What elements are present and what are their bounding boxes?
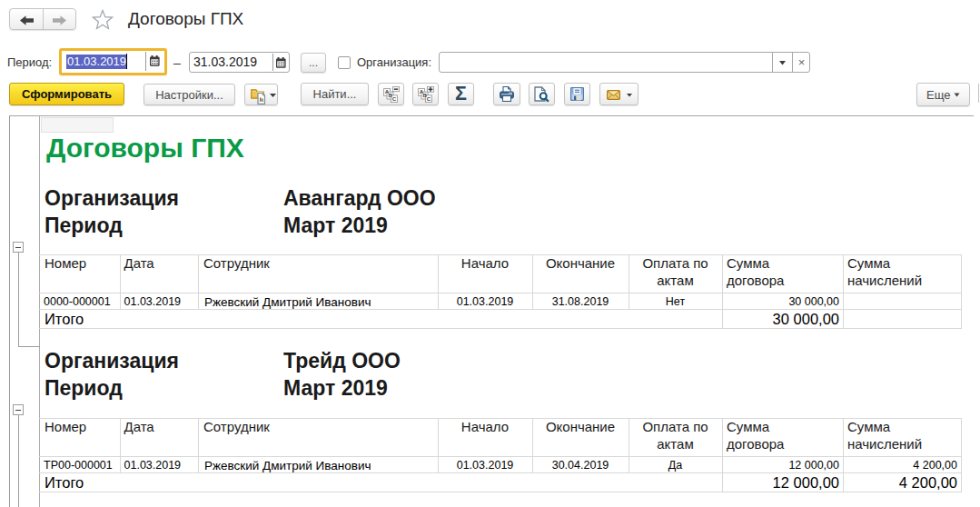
svg-text:C: C (391, 94, 396, 101)
svg-text:C: C (426, 94, 431, 101)
